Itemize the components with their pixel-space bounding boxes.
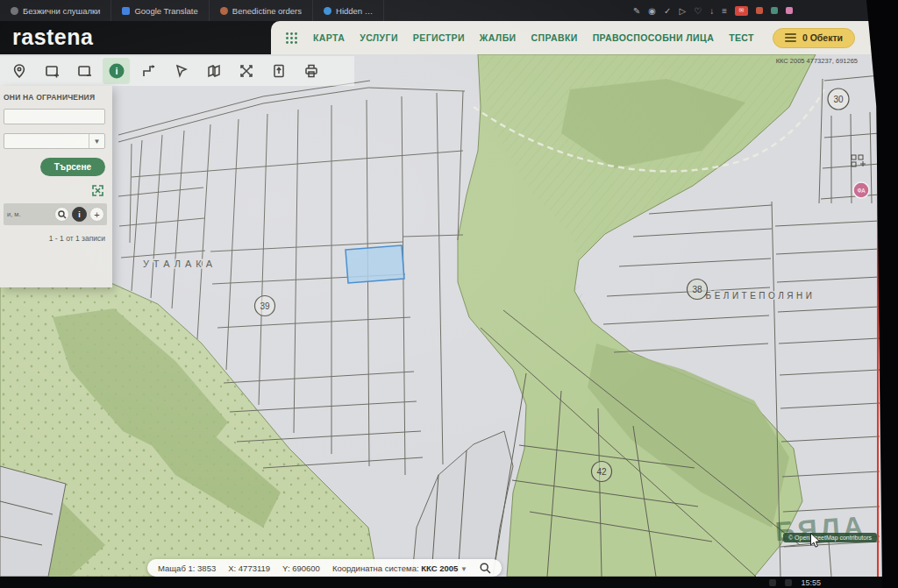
app-logo[interactable]: rastena (0, 21, 271, 54)
legend-map-button[interactable] (200, 58, 227, 84)
search-icon (58, 210, 67, 219)
tab-title: Безжични слушалки (23, 6, 100, 16)
export-page-icon (270, 62, 288, 80)
info-tool-button[interactable]: i (103, 58, 130, 84)
print-button[interactable] (297, 58, 324, 84)
map-circle-42[interactable]: 42 (592, 462, 612, 482)
tab-title: Benedictine orders (232, 6, 302, 16)
svg-text:30: 30 (833, 95, 844, 104)
app-header: rastena КАРТА УСЛУГИ РЕГИСТРИ ЖАЛБИ СПРА… (0, 21, 898, 54)
select-arrow-button[interactable] (167, 58, 195, 84)
edit-icon[interactable]: ✎ (633, 6, 640, 16)
expand-results-control[interactable] (4, 185, 107, 196)
main-nav: КАРТА УСЛУГИ РЕГИСТРИ ЖАЛБИ СПРАВКИ ПРАВ… (271, 21, 898, 54)
select-arrow-icon (173, 62, 190, 80)
zoom-in-box-icon (43, 62, 61, 80)
check-icon[interactable]: ✓ (664, 6, 671, 16)
marker-icon (11, 62, 28, 80)
result-info-button[interactable]: i (72, 207, 87, 222)
search-button[interactable]: Търсене (40, 158, 105, 176)
mail-icon[interactable]: ✉ (735, 6, 748, 16)
clock: 15:55 (801, 578, 821, 587)
svg-text:42: 42 (596, 467, 607, 477)
filter-select[interactable]: ▼ (4, 133, 105, 149)
crs-select[interactable]: ККС 2005 (421, 563, 458, 573)
add-result-button[interactable]: + (89, 207, 104, 222)
taskbar-icon[interactable] (785, 579, 792, 586)
svg-text:38: 38 (692, 285, 702, 294)
zoom-to-result-button[interactable] (54, 207, 69, 222)
extension-icon[interactable] (756, 7, 763, 14)
nav-zhalbi[interactable]: ЖАЛБИ (480, 32, 517, 43)
map-book-icon (205, 62, 223, 80)
pagination-text: 1 - 1 от 1 записи (4, 234, 107, 243)
tab-favicon (11, 7, 18, 15)
svg-text:ФА: ФА (857, 188, 866, 194)
nav-pravosposobni-litsa[interactable]: ПРАВОСПОСОБНИ ЛИЦА (593, 32, 714, 43)
mouse-cursor (810, 533, 821, 548)
browser-extensions: ✎ ◉ ✓ ▷ ♡ ↓ ≡ ✉ (633, 6, 898, 16)
apps-grid-icon[interactable] (285, 32, 298, 45)
cadastral-map[interactable]: УТАЛАКА БЕЛИТЕПОЛЯНИ 30 38 39 42 (0, 54, 886, 577)
map-circle-38[interactable]: 38 (688, 280, 708, 300)
objects-button[interactable]: 0 Обекти (773, 28, 855, 48)
zoom-in-box-button[interactable] (38, 58, 65, 84)
chevron-down-icon[interactable]: ▼ (89, 134, 104, 148)
browser-tab[interactable]: Benedictine orders (210, 0, 313, 21)
filter-input[interactable] (4, 109, 105, 124)
objects-button-label: 0 Обекти (802, 32, 843, 43)
map-circle-39[interactable]: 39 (255, 296, 275, 316)
marker-tool-button[interactable] (5, 58, 32, 84)
tab-title: Google Translate (134, 6, 197, 16)
browser-tab[interactable]: Google Translate (111, 0, 209, 21)
taskbar-icon[interactable] (769, 579, 776, 586)
selected-parcel[interactable] (346, 245, 404, 283)
area-label-belitepolyani: БЕЛИТЕПОЛЯНИ (706, 291, 816, 301)
y-readout: Y: 690600 (282, 563, 320, 573)
chevron-down-icon[interactable]: ▼ (460, 565, 467, 573)
tab-favicon (220, 7, 228, 15)
tab-favicon (324, 7, 331, 15)
export-page-button[interactable] (265, 58, 292, 84)
restrictions-panel: ОНИ НА ОГРАНИЧЕНИЯ ▼ Търсене и, м. i + 1… (0, 86, 112, 287)
svg-text:39: 39 (260, 301, 270, 311)
tab-title: Hidden … (336, 6, 373, 16)
result-row[interactable]: и, м. i + (4, 203, 107, 225)
pan-arrows-icon (238, 62, 255, 80)
measure-path-icon (140, 62, 158, 80)
map-toolbar: i (0, 56, 354, 86)
camera-icon[interactable]: ◉ (648, 6, 656, 16)
map-canvas[interactable]: УТАЛАКА БЕЛИТЕПОЛЯНИ 30 38 39 42 (0, 54, 886, 577)
result-row-label: и, м. (7, 210, 52, 218)
tune-icon[interactable]: ≡ (722, 6, 727, 16)
nav-test[interactable]: ТЕСТ (729, 32, 754, 43)
cursor-coords: ККС 2005 4773237, 691265 (776, 57, 858, 65)
browser-tab[interactable]: Hidden … (313, 0, 384, 21)
nav-uslugi[interactable]: УСЛУГИ (360, 32, 398, 43)
zoom-out-box-button[interactable] (70, 58, 97, 84)
pan-arrows-button[interactable] (232, 58, 260, 84)
extension-icon[interactable] (786, 7, 793, 14)
nav-registri[interactable]: РЕГИСТРИ (413, 32, 465, 43)
info-icon: i (108, 62, 125, 80)
monitor-screen: Безжични слушалки Google Translate Bened… (0, 0, 898, 588)
download-icon[interactable]: ↓ (709, 6, 714, 16)
osm-attribution: © OpenStreetMap contributors (783, 533, 877, 542)
map-circle-30[interactable]: 30 (828, 89, 849, 110)
browser-tab[interactable]: Безжични слушалки (0, 0, 111, 21)
nav-spravki[interactable]: СПРАВКИ (531, 32, 578, 43)
search-icon (480, 563, 491, 574)
map-status-bar: Мащаб 1: 3853 X: 4773119 Y: 690600 Коорд… (147, 559, 502, 577)
menu-icon (785, 33, 796, 42)
measure-path-button[interactable] (135, 58, 162, 84)
send-icon[interactable]: ▷ (679, 6, 686, 16)
nav-karta[interactable]: КАРТА (313, 32, 345, 43)
area-label-utalaka: УТАЛАКА (143, 259, 217, 269)
panel-title: ОНИ НА ОГРАНИЧЕНИЯ (4, 93, 107, 102)
browser-tab-bar: Безжични слушалки Google Translate Bened… (0, 0, 898, 21)
statusbar-search-button[interactable] (480, 563, 491, 574)
poi-marker[interactable]: ФА (853, 182, 869, 198)
extension-icon[interactable] (771, 7, 778, 14)
heart-icon[interactable]: ♡ (694, 6, 702, 16)
scale-readout: Мащаб 1: 3853 (158, 563, 216, 573)
